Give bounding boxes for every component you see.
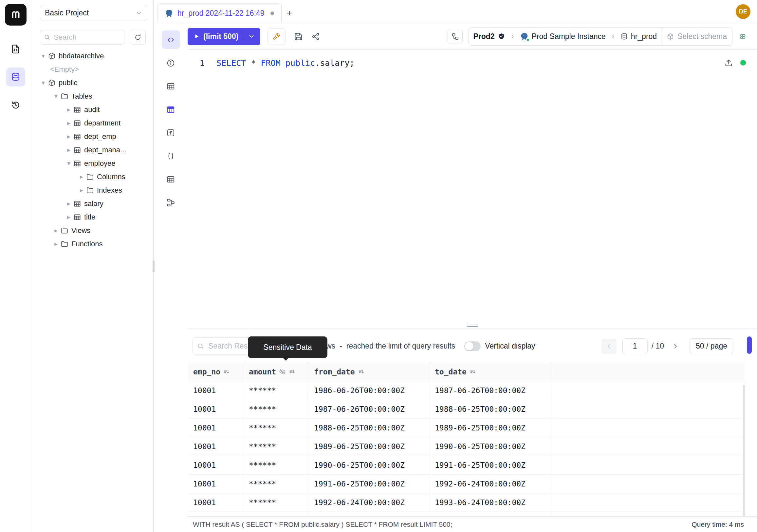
strip-item-table[interactable]	[162, 77, 180, 95]
chevron-right-icon[interactable]: ▸	[65, 146, 73, 154]
strip-item-table-colored[interactable]	[162, 100, 180, 119]
tree-item-dept-mana-[interactable]: ▸dept_mana...	[31, 143, 153, 157]
strip-item-schema[interactable]	[162, 193, 180, 212]
column-label: to_date	[435, 367, 467, 376]
tree-item--empty-[interactable]: <Empty>	[31, 63, 153, 76]
tab-hr-prod[interactable]: hr_prod 2024-11-22 16:49	[157, 3, 282, 23]
ai-assistant-button[interactable]	[738, 32, 747, 41]
strip-item-table[interactable]	[162, 170, 180, 188]
run-label: (limit 500)	[203, 32, 238, 41]
select-schema-button[interactable]: Select schema	[661, 28, 732, 45]
user-avatar[interactable]: DE	[736, 4, 750, 19]
table-cell: ******	[244, 400, 309, 418]
chevron-down-icon[interactable]: ▾	[52, 92, 60, 100]
sql-editor[interactable]: 1 SELECT * FROM public.salary;	[188, 50, 757, 329]
table-row[interactable]: 10001******1990-06-25T00:00:00Z1991-06-2…	[188, 456, 744, 475]
instance-crumb[interactable]: Prod Sample Instance	[516, 32, 610, 41]
chevron-right-icon[interactable]: ▸	[65, 213, 73, 221]
vertical-display-toggle[interactable]	[464, 341, 481, 351]
chevron-right-icon[interactable]: ▸	[65, 119, 73, 127]
add-tab-button[interactable]: +	[282, 3, 297, 23]
tree-item-tables[interactable]: ▾Tables	[31, 89, 153, 103]
table-row[interactable]: 10001******1992-06-24T00:00:00Z1993-06-2…	[188, 493, 744, 512]
tree-item-department[interactable]: ▸department	[31, 116, 153, 130]
sort-icon[interactable]	[358, 368, 365, 375]
chevron-right-icon[interactable]: ▸	[65, 106, 73, 113]
rail-item-worksheet[interactable]	[6, 39, 25, 58]
sort-icon[interactable]	[469, 368, 476, 375]
column-header-amount[interactable]: amount	[244, 362, 309, 381]
panel-resize-handle[interactable]	[467, 324, 478, 328]
chevron-down-icon[interactable]: ▾	[39, 79, 47, 86]
refresh-button[interactable]	[130, 30, 146, 45]
strip-item-func[interactable]	[162, 123, 180, 142]
table-colored-icon	[166, 105, 175, 114]
table-icon	[73, 160, 81, 168]
tree-item-dept-emp[interactable]: ▸dept_emp	[31, 130, 153, 143]
tree-item-functions[interactable]: ▸Functions	[31, 237, 153, 251]
table-icon	[166, 175, 175, 184]
strip-item-info[interactable]	[162, 54, 180, 72]
sort-icon[interactable]	[223, 368, 230, 375]
sidebar-search-input[interactable]	[53, 33, 121, 42]
table-row[interactable]: 10001******1993-06-24T00:00:00Z1994-06-2…	[188, 512, 744, 516]
prev-page-button[interactable]	[601, 339, 617, 354]
eye-off-icon[interactable]	[279, 368, 286, 375]
strip-item-parens[interactable]	[162, 147, 180, 165]
tree-item-employee[interactable]: ▾employee	[31, 157, 153, 170]
chevron-right-icon[interactable]: ▸	[65, 133, 73, 140]
export-button[interactable]	[747, 336, 752, 354]
tree-item-indexes[interactable]: ▸Indexes	[31, 183, 153, 197]
chevron-right-icon[interactable]: ▸	[52, 240, 60, 248]
sidebar-search[interactable]	[40, 30, 124, 45]
chevron-down-icon[interactable]: ▾	[39, 52, 47, 60]
chevron-down-icon[interactable]: ▾	[65, 160, 73, 167]
table-row[interactable]: 10001******1986-06-26T00:00:00Z1987-06-2…	[188, 381, 744, 400]
results-scrollbar[interactable]	[743, 385, 745, 516]
rail-item-history[interactable]	[6, 96, 25, 115]
chevron-right-icon[interactable]: ▸	[65, 200, 73, 207]
share-button[interactable]	[311, 32, 320, 41]
column-header-from_date[interactable]: from_date	[309, 362, 430, 381]
database-crumb[interactable]: hr_prod	[616, 32, 661, 41]
tree-item-audit[interactable]: ▸audit	[31, 103, 153, 116]
tree-item-label: public	[59, 78, 77, 87]
format-sql-button[interactable]	[267, 28, 286, 45]
bytebase-logo[interactable]	[5, 4, 26, 25]
table-cell: ******	[244, 512, 309, 516]
tree-item-label: audit	[84, 106, 100, 114]
chevron-right-icon[interactable]: ▸	[77, 186, 85, 194]
run-options-chevron-icon[interactable]	[248, 33, 255, 40]
connection-panel-button[interactable]	[448, 29, 463, 44]
chevron-right-icon[interactable]: ▸	[77, 173, 85, 180]
page-number-input[interactable]	[622, 338, 648, 354]
sidebar-resize-handle[interactable]	[153, 261, 155, 272]
table-row[interactable]: 10001******1987-06-26T00:00:00Z1988-06-2…	[188, 400, 744, 419]
environment-crumb[interactable]: Prod2	[469, 32, 509, 41]
table-row[interactable]: 10001******1991-06-25T00:00:00Z1992-06-2…	[188, 475, 744, 493]
column-header-emp_no[interactable]: emp_no	[188, 362, 244, 381]
save-button[interactable]	[294, 32, 303, 41]
tree-item-bbdataarchive[interactable]: ▾bbdataarchive	[31, 49, 153, 63]
run-query-button[interactable]: (limit 500)	[188, 28, 260, 45]
project-selector[interactable]: Basic Project	[40, 5, 147, 21]
tree-item-columns[interactable]: ▸Columns	[31, 170, 153, 183]
chevron-right-icon[interactable]: ▸	[52, 227, 60, 234]
tree-item-salary[interactable]: ▸salary	[31, 197, 153, 210]
page-total: / 10	[651, 342, 664, 351]
code-icon	[166, 35, 175, 44]
upload-icon[interactable]	[724, 58, 733, 67]
table-row[interactable]: 10001******1989-06-25T00:00:00Z1990-06-2…	[188, 437, 744, 456]
page-size-select[interactable]: 50 / page	[689, 338, 733, 354]
rail-item-databases[interactable]	[6, 68, 25, 86]
line-number: 1	[188, 58, 205, 68]
tree-item-title[interactable]: ▸title	[31, 210, 153, 224]
next-page-button[interactable]	[668, 339, 683, 354]
tree-item-views[interactable]: ▸Views	[31, 224, 153, 237]
column-header-to_date[interactable]: to_date	[430, 362, 552, 381]
tree-item-public[interactable]: ▾public	[31, 76, 153, 89]
table-row[interactable]: 10001******1988-06-25T00:00:00Z1989-06-2…	[188, 419, 744, 437]
sort-icon[interactable]	[289, 368, 296, 375]
tree-item-label: Indexes	[97, 186, 122, 195]
strip-item-code[interactable]	[162, 30, 180, 49]
